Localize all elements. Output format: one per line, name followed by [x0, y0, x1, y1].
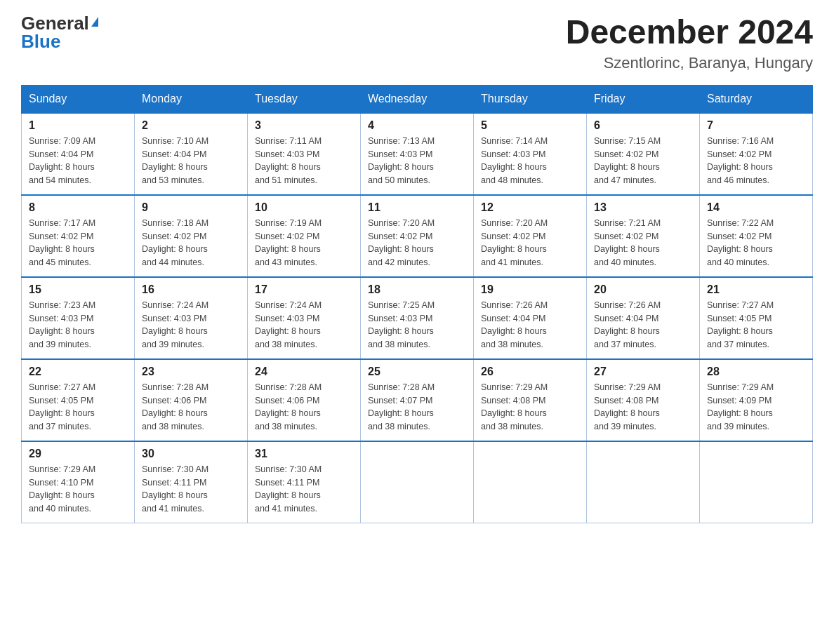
table-row: 14 Sunrise: 7:22 AM Sunset: 4:02 PM Dayl… — [700, 195, 813, 277]
sunrise-label: Sunrise: 7:24 AM — [142, 300, 208, 310]
daylight-minutes: and 42 minutes. — [368, 257, 430, 267]
table-row: 28 Sunrise: 7:29 AM Sunset: 4:09 PM Dayl… — [700, 359, 813, 441]
sunrise-label: Sunrise: 7:26 AM — [481, 300, 548, 310]
day-info: Sunrise: 7:17 AM Sunset: 4:02 PM Dayligh… — [29, 217, 127, 269]
sunrise-label: Sunrise: 7:21 AM — [594, 218, 661, 228]
daylight-minutes: and 39 minutes. — [707, 422, 769, 431]
day-number: 14 — [707, 201, 805, 214]
daylight-label: Daylight: 8 hours — [368, 326, 434, 336]
calendar-week-row: 29 Sunrise: 7:29 AM Sunset: 4:10 PM Dayl… — [22, 441, 813, 523]
sunrise-label: Sunrise: 7:29 AM — [481, 382, 548, 392]
sunset-label: Sunset: 4:03 PM — [481, 149, 545, 159]
daylight-label: Daylight: 8 hours — [255, 490, 321, 500]
day-info: Sunrise: 7:24 AM Sunset: 4:03 PM Dayligh… — [142, 299, 240, 351]
day-info: Sunrise: 7:20 AM Sunset: 4:02 PM Dayligh… — [481, 217, 579, 269]
header-thursday: Thursday — [474, 85, 587, 113]
table-row: 1 Sunrise: 7:09 AM Sunset: 4:04 PM Dayli… — [22, 113, 135, 195]
sunset-label: Sunset: 4:05 PM — [29, 396, 93, 405]
sunrise-label: Sunrise: 7:30 AM — [142, 464, 208, 474]
table-row: 9 Sunrise: 7:18 AM Sunset: 4:02 PM Dayli… — [135, 195, 248, 277]
sunset-label: Sunset: 4:02 PM — [142, 232, 206, 241]
daylight-minutes: and 43 minutes. — [255, 257, 317, 267]
day-info: Sunrise: 7:21 AM Sunset: 4:02 PM Dayligh… — [594, 217, 692, 269]
daylight-minutes: and 51 minutes. — [255, 175, 317, 185]
day-info: Sunrise: 7:27 AM Sunset: 4:05 PM Dayligh… — [29, 381, 127, 434]
daylight-label: Daylight: 8 hours — [594, 326, 660, 336]
day-number: 15 — [29, 283, 127, 296]
logo: General Blue — [21, 14, 98, 51]
daylight-label: Daylight: 8 hours — [29, 408, 95, 418]
sunset-label: Sunset: 4:02 PM — [29, 232, 93, 241]
day-info: Sunrise: 7:23 AM Sunset: 4:03 PM Dayligh… — [29, 299, 127, 351]
daylight-label: Daylight: 8 hours — [481, 326, 547, 336]
day-number: 31 — [255, 448, 353, 460]
daylight-label: Daylight: 8 hours — [29, 162, 95, 172]
calendar-week-row: 8 Sunrise: 7:17 AM Sunset: 4:02 PM Dayli… — [22, 195, 813, 277]
table-row: 13 Sunrise: 7:21 AM Sunset: 4:02 PM Dayl… — [587, 195, 700, 277]
daylight-minutes: and 38 minutes. — [481, 340, 543, 349]
sunset-label: Sunset: 4:02 PM — [594, 149, 658, 159]
table-row: 16 Sunrise: 7:24 AM Sunset: 4:03 PM Dayl… — [135, 277, 248, 359]
sunrise-label: Sunrise: 7:20 AM — [368, 218, 435, 228]
daylight-label: Daylight: 8 hours — [142, 244, 208, 254]
sunset-label: Sunset: 4:02 PM — [594, 232, 658, 241]
logo-triangle-icon — [91, 17, 98, 27]
day-number: 16 — [142, 283, 240, 296]
sunset-label: Sunset: 4:03 PM — [368, 149, 432, 159]
sunrise-label: Sunrise: 7:25 AM — [368, 300, 435, 310]
day-info: Sunrise: 7:11 AM Sunset: 4:03 PM Dayligh… — [255, 135, 353, 187]
sunset-label: Sunset: 4:03 PM — [255, 314, 319, 323]
sunset-label: Sunset: 4:04 PM — [142, 149, 206, 159]
sunset-label: Sunset: 4:08 PM — [594, 396, 658, 405]
day-number: 4 — [368, 119, 466, 132]
day-number: 26 — [481, 365, 579, 378]
sunrise-label: Sunrise: 7:28 AM — [142, 382, 208, 392]
daylight-label: Daylight: 8 hours — [594, 244, 660, 254]
day-number: 8 — [29, 201, 127, 214]
day-info: Sunrise: 7:28 AM Sunset: 4:06 PM Dayligh… — [142, 381, 240, 434]
table-row: 15 Sunrise: 7:23 AM Sunset: 4:03 PM Dayl… — [22, 277, 135, 359]
day-info: Sunrise: 7:26 AM Sunset: 4:04 PM Dayligh… — [481, 299, 579, 351]
daylight-label: Daylight: 8 hours — [29, 244, 95, 254]
table-row — [700, 441, 813, 523]
table-row: 24 Sunrise: 7:28 AM Sunset: 4:06 PM Dayl… — [248, 359, 361, 441]
day-info: Sunrise: 7:19 AM Sunset: 4:02 PM Dayligh… — [255, 217, 353, 269]
sunset-label: Sunset: 4:06 PM — [142, 396, 206, 405]
daylight-label: Daylight: 8 hours — [29, 490, 95, 500]
day-info: Sunrise: 7:10 AM Sunset: 4:04 PM Dayligh… — [142, 135, 240, 187]
table-row: 6 Sunrise: 7:15 AM Sunset: 4:02 PM Dayli… — [587, 113, 700, 195]
daylight-label: Daylight: 8 hours — [142, 490, 208, 500]
day-number: 20 — [594, 283, 692, 296]
daylight-minutes: and 46 minutes. — [707, 175, 769, 185]
daylight-label: Daylight: 8 hours — [368, 244, 434, 254]
daylight-label: Daylight: 8 hours — [707, 244, 773, 254]
daylight-minutes: and 37 minutes. — [29, 422, 91, 431]
day-info: Sunrise: 7:13 AM Sunset: 4:03 PM Dayligh… — [368, 135, 466, 187]
logo-general-text: General — [21, 14, 89, 32]
sunrise-label: Sunrise: 7:26 AM — [594, 300, 661, 310]
sunrise-label: Sunrise: 7:13 AM — [368, 136, 435, 146]
daylight-minutes: and 38 minutes. — [255, 422, 317, 431]
day-info: Sunrise: 7:30 AM Sunset: 4:11 PM Dayligh… — [142, 463, 240, 516]
table-row: 29 Sunrise: 7:29 AM Sunset: 4:10 PM Dayl… — [22, 441, 135, 523]
sunset-label: Sunset: 4:11 PM — [255, 478, 319, 488]
daylight-label: Daylight: 8 hours — [594, 408, 660, 418]
day-info: Sunrise: 7:27 AM Sunset: 4:05 PM Dayligh… — [707, 299, 805, 351]
table-row — [361, 441, 474, 523]
sunset-label: Sunset: 4:05 PM — [707, 314, 772, 323]
table-row: 30 Sunrise: 7:30 AM Sunset: 4:11 PM Dayl… — [135, 441, 248, 523]
daylight-label: Daylight: 8 hours — [594, 162, 660, 172]
day-info: Sunrise: 7:15 AM Sunset: 4:02 PM Dayligh… — [594, 135, 692, 187]
day-number: 10 — [255, 201, 353, 214]
daylight-label: Daylight: 8 hours — [368, 408, 434, 418]
header-wednesday: Wednesday — [361, 85, 474, 113]
daylight-label: Daylight: 8 hours — [481, 244, 547, 254]
table-row — [474, 441, 587, 523]
daylight-minutes: and 41 minutes. — [142, 504, 204, 514]
daylight-minutes: and 39 minutes. — [142, 340, 204, 349]
table-row: 5 Sunrise: 7:14 AM Sunset: 4:03 PM Dayli… — [474, 113, 587, 195]
sunset-label: Sunset: 4:09 PM — [707, 396, 772, 405]
daylight-label: Daylight: 8 hours — [707, 162, 773, 172]
sunrise-label: Sunrise: 7:09 AM — [29, 136, 95, 146]
daylight-minutes: and 38 minutes. — [255, 340, 317, 349]
